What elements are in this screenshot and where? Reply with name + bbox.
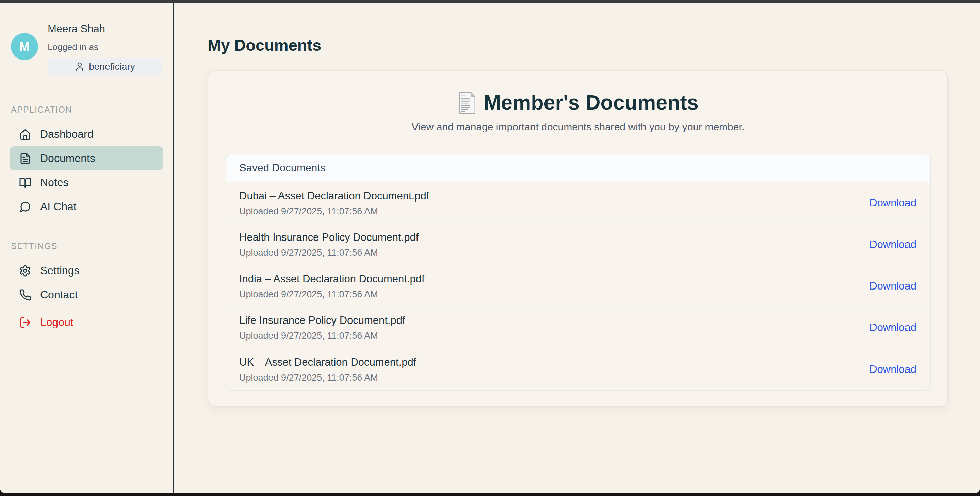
role-label: beneficiary [89, 61, 135, 72]
main-content: My Documents [173, 3, 980, 493]
card-header: Member's Documents View and manage impor… [226, 91, 931, 133]
application-nav: Dashboard Documents [11, 122, 162, 219]
document-row: UK – Asset Declaration Document.pdf Uplo… [226, 348, 930, 390]
sidebar: M Meera Shah Logged in as beneficiary AP… [0, 3, 173, 493]
message-circle-icon [19, 201, 31, 213]
download-link[interactable]: Download [869, 197, 916, 209]
gear-icon [19, 265, 31, 277]
download-link[interactable]: Download [869, 321, 916, 334]
sidebar-item-label: Contact [40, 288, 78, 301]
download-link[interactable]: Download [869, 280, 916, 292]
card-subtitle: View and manage important documents shar… [226, 121, 931, 133]
sidebar-item-documents[interactable]: Documents [10, 146, 163, 170]
document-meta: India – Asset Declaration Document.pdf U… [239, 273, 425, 300]
document-meta: UK – Asset Declaration Document.pdf Uplo… [239, 356, 416, 383]
document-name: Dubai – Asset Declaration Document.pdf [239, 190, 429, 202]
sidebar-item-logout[interactable]: Logout [10, 310, 163, 334]
settings-nav: Settings Contact [11, 259, 162, 334]
document-meta: Health Insurance Policy Document.pdf Upl… [239, 231, 418, 258]
sidebar-item-dashboard[interactable]: Dashboard [10, 122, 163, 146]
sidebar-item-notes[interactable]: Notes [10, 170, 163, 195]
phone-icon [19, 289, 31, 301]
document-uploaded: Uploaded 9/27/2025, 11:07:56 AM [239, 372, 416, 383]
sidebar-item-label: Notes [40, 176, 69, 189]
download-link[interactable]: Download [869, 363, 916, 375]
document-page-icon [458, 92, 477, 114]
home-icon [19, 128, 31, 140]
document-row: Health Insurance Policy Document.pdf Upl… [226, 224, 930, 265]
book-open-icon [19, 176, 31, 189]
sidebar-item-label: Logout [40, 316, 73, 329]
document-uploaded: Uploaded 9/27/2025, 11:07:56 AM [239, 331, 405, 341]
card-title: Member's Documents [226, 91, 931, 114]
document-meta: Dubai – Asset Declaration Document.pdf U… [239, 190, 429, 217]
section-label-settings: SETTINGS [11, 241, 162, 251]
document-row: Dubai – Asset Declaration Document.pdf U… [226, 182, 930, 224]
sidebar-item-label: Settings [40, 264, 80, 277]
role-badge: beneficiary [48, 58, 162, 76]
document-row: India – Asset Declaration Document.pdf U… [226, 265, 930, 307]
file-text-icon [19, 153, 31, 165]
window-top-bar [0, 0, 980, 3]
sidebar-item-label: AI Chat [40, 200, 76, 213]
sidebar-item-settings[interactable]: Settings [10, 259, 163, 283]
user-info: Meera Shah Logged in as beneficiary [48, 23, 162, 76]
user-name: Meera Shah [48, 23, 162, 35]
document-name: Health Insurance Policy Document.pdf [239, 231, 418, 243]
sidebar-item-ai-chat[interactable]: AI Chat [10, 195, 163, 219]
user-icon [75, 62, 85, 72]
document-name: Life Insurance Policy Document.pdf [239, 314, 405, 327]
app-window: M Meera Shah Logged in as beneficiary AP… [0, 3, 980, 493]
document-name: UK – Asset Declaration Document.pdf [239, 356, 416, 369]
document-name: India – Asset Declaration Document.pdf [239, 273, 425, 285]
document-uploaded: Uploaded 9/27/2025, 11:07:56 AM [239, 206, 429, 217]
card-title-text: Member's Documents [484, 91, 698, 114]
sidebar-item-label: Documents [40, 152, 95, 165]
download-link[interactable]: Download [869, 238, 916, 251]
document-uploaded: Uploaded 9/27/2025, 11:07:56 AM [239, 289, 425, 300]
sidebar-item-contact[interactable]: Contact [10, 283, 163, 307]
logout-icon [19, 316, 31, 329]
document-row: Life Insurance Policy Document.pdf Uploa… [226, 307, 930, 348]
document-uploaded: Uploaded 9/27/2025, 11:07:56 AM [239, 248, 418, 258]
window-bottom-bar [0, 493, 980, 496]
avatar: M [11, 33, 38, 60]
sidebar-item-label: Dashboard [40, 128, 94, 140]
saved-documents-header: Saved Documents [226, 154, 930, 182]
screen: M Meera Shah Logged in as beneficiary AP… [0, 0, 980, 496]
page-title: My Documents [208, 36, 948, 54]
section-label-application: APPLICATION [11, 105, 162, 114]
members-documents-card: Member's Documents View and manage impor… [208, 70, 948, 407]
saved-documents-box: Saved Documents Dubai – Asset Declaratio… [226, 154, 931, 391]
document-meta: Life Insurance Policy Document.pdf Uploa… [239, 314, 405, 341]
user-block: M Meera Shah Logged in as beneficiary [11, 23, 162, 76]
logged-in-as-label: Logged in as [48, 42, 162, 52]
